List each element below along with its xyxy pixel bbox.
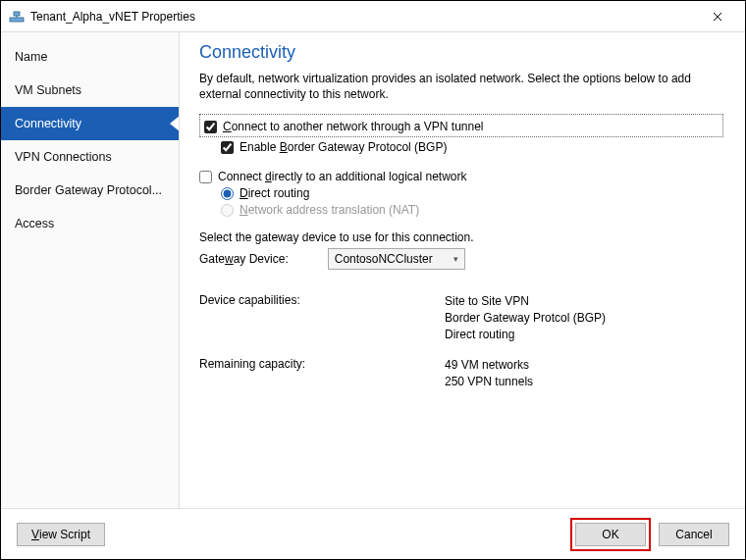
vpn-tunnel-option[interactable]: Connect to another network through a VPN… — [204, 120, 719, 133]
footer: View Script OK Cancel — [1, 508, 745, 559]
direct-logical-checkbox[interactable] — [199, 171, 212, 183]
bgp-label: Enable Border Gateway Protocol (BGP) — [240, 140, 447, 154]
gateway-device-value: ContosoNCCluster — [335, 252, 433, 266]
svg-rect-1 — [14, 12, 20, 16]
nat-radio[interactable] — [221, 204, 234, 217]
sidebar-item-name[interactable]: Name — [1, 40, 179, 74]
gateway-device-label: Gateway Device: — [199, 252, 289, 266]
sidebar-item-vpn-connections[interactable]: VPN Connections — [1, 140, 179, 174]
vpn-tunnel-label: Connect to another network through a VPN… — [223, 120, 484, 133]
svg-rect-0 — [10, 18, 24, 22]
chevron-down-icon: ▾ — [453, 254, 458, 264]
main-area: Name VM Subnets Connectivity VPN Connect… — [1, 32, 745, 508]
sidebar: Name VM Subnets Connectivity VPN Connect… — [1, 32, 180, 508]
remaining-label: Remaining capacity: — [199, 357, 445, 390]
view-script-button[interactable]: View Script — [17, 523, 105, 546]
bgp-checkbox[interactable] — [221, 141, 234, 154]
sidebar-item-connectivity[interactable]: Connectivity — [1, 107, 179, 140]
direct-logical-option[interactable]: Connect directly to an additional logica… — [199, 170, 723, 183]
direct-logical-label: Connect directly to an additional logica… — [218, 170, 467, 183]
remaining-value: 49 VM networks — [445, 357, 533, 374]
sidebar-item-access[interactable]: Access — [1, 207, 179, 240]
title-bar: Tenant_Alpha_vNET Properties — [1, 1, 745, 32]
window-title: Tenant_Alpha_vNET Properties — [30, 10, 195, 24]
remaining-values: 49 VM networks 250 VPN tunnels — [445, 357, 533, 390]
vpn-tunnel-group: Connect to another network through a VPN… — [199, 114, 723, 137]
intro-text: By default, network virtualization provi… — [199, 71, 723, 102]
info-grid: Device capabilities: Site to Site VPN Bo… — [199, 293, 723, 389]
sidebar-item-bgp[interactable]: Border Gateway Protocol... — [1, 174, 179, 207]
ok-button[interactable]: OK — [575, 523, 646, 546]
page-title: Connectivity — [199, 42, 723, 63]
gateway-block: Select the gateway device to use for thi… — [199, 230, 723, 270]
cancel-button[interactable]: Cancel — [659, 523, 729, 546]
gateway-device-select[interactable]: ContosoNCCluster ▾ — [328, 248, 465, 270]
ok-highlight: OK — [570, 518, 651, 551]
sidebar-item-vm-subnets[interactable]: VM Subnets — [1, 74, 179, 107]
vpn-tunnel-checkbox[interactable] — [204, 121, 217, 133]
capability-value: Border Gateway Protcol (BGP) — [445, 310, 606, 327]
capabilities-values: Site to Site VPN Border Gateway Protcol … — [445, 293, 606, 342]
content-panel: Connectivity By default, network virtual… — [180, 32, 745, 508]
bgp-option[interactable]: Enable Border Gateway Protocol (BGP) — [199, 140, 723, 154]
nat-option[interactable]: Network address translation (NAT) — [199, 203, 723, 217]
capability-value: Site to Site VPN — [445, 293, 606, 310]
nat-label: Network address translation (NAT) — [240, 203, 419, 217]
direct-routing-radio[interactable] — [221, 187, 234, 200]
app-icon — [9, 9, 25, 25]
close-button[interactable] — [698, 3, 737, 30]
gateway-helper-text: Select the gateway device to use for thi… — [199, 230, 723, 244]
direct-routing-option[interactable]: Direct routing — [199, 186, 723, 200]
capability-value: Direct routing — [445, 327, 606, 343]
remaining-value: 250 VPN tunnels — [445, 374, 533, 390]
direct-routing-label: Direct routing — [240, 186, 309, 200]
capabilities-label: Device capabilities: — [199, 293, 445, 342]
